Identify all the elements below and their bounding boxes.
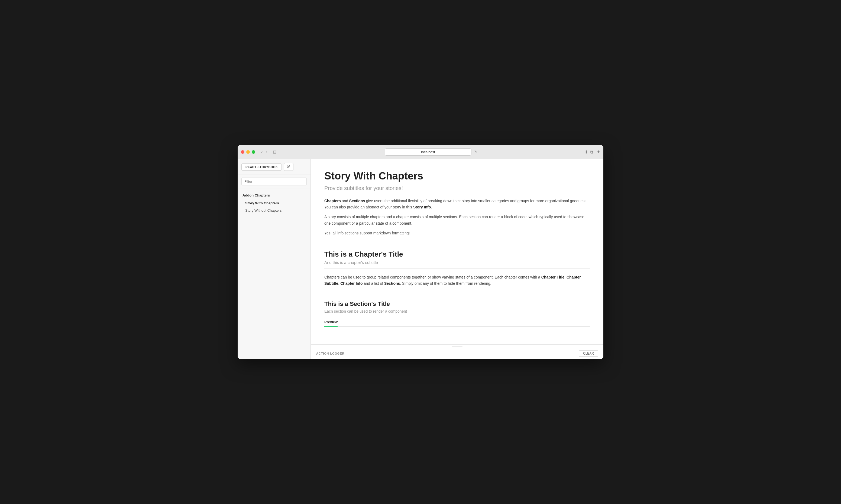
sidebar: REACT STORYBOOK ⌘ Addon Chapters Story W… <box>238 159 311 359</box>
clear-button[interactable]: CLEAR <box>579 350 598 357</box>
sections-bold2: Sections <box>384 281 400 286</box>
resize-handle-bar <box>452 346 463 346</box>
address-bar[interactable]: localhost <box>385 148 471 156</box>
sidebar-toggle-button[interactable]: ⊟ <box>271 149 278 155</box>
sidebar-section: Addon Chapters Story With Chapters Story… <box>238 188 310 218</box>
story-title: Story With Chapters <box>324 170 590 182</box>
story-subtitle: Provide subtitles for your stories! <box>324 185 590 191</box>
resize-handle[interactable] <box>311 345 603 347</box>
section-block: This is a Section's Title Each section c… <box>324 301 590 327</box>
tab-overview-button[interactable]: ⧉ <box>590 150 593 155</box>
address-bar-container: localhost ↻ <box>281 148 582 156</box>
chapter-and: and a list of <box>363 281 384 286</box>
action-logger: ACTION LOGGER CLEAR <box>311 344 603 359</box>
content-scroll: Story With Chapters Provide subtitles fo… <box>311 159 603 344</box>
section-title: This is a Section's Title <box>324 301 590 307</box>
action-logger-header: ACTION LOGGER CLEAR <box>311 347 603 359</box>
chapter-end: . Simply omit any of them to hide them f… <box>400 281 491 286</box>
sections-bold: Sections <box>349 199 365 203</box>
chapter-info: Chapters can be used to group related co… <box>324 274 590 287</box>
close-button[interactable] <box>241 150 244 154</box>
sidebar-item-story-with-chapters[interactable]: Story With Chapters <box>238 199 310 207</box>
section-tab-bar: Preview <box>324 318 590 327</box>
filter-input[interactable] <box>241 178 307 185</box>
chapter-title-bold: Chapter Title <box>541 275 564 279</box>
chapter-info-prefix: Chapters can be used to group related co… <box>324 275 541 279</box>
chapter-section: This is a Chapter's Title And this is a … <box>324 250 590 287</box>
filter-container <box>238 175 310 188</box>
reload-button[interactable]: ↻ <box>474 150 478 155</box>
sidebar-item-story-without-chapters[interactable]: Story Without Chapters <box>238 207 310 214</box>
forward-button[interactable]: › <box>265 149 268 155</box>
story-intro-p1: Chapters and Sections give users the add… <box>324 198 590 211</box>
nav-buttons: ‹ › <box>260 149 269 155</box>
section-tab-preview[interactable]: Preview <box>324 318 338 327</box>
maximize-button[interactable] <box>252 150 255 154</box>
add-tab-button[interactable]: + <box>597 149 600 155</box>
chapter-info-bold: Chapter Info <box>340 281 362 286</box>
sidebar-group-label: Addon Chapters <box>238 192 310 199</box>
browser-chrome: ‹ › ⊟ localhost ↻ ⬆ ⧉ + <box>238 145 603 159</box>
chapter-comma1: , <box>564 275 567 279</box>
story-intro-p3: Yes, all info sections support markdown … <box>324 230 590 237</box>
section-subtitle: Each section can be used to render a com… <box>324 309 590 313</box>
traffic-lights <box>241 150 255 154</box>
chapter-title: This is a Chapter's Title <box>324 250 590 258</box>
app-layout: REACT STORYBOOK ⌘ Addon Chapters Story W… <box>238 159 603 359</box>
shortcut-button[interactable]: ⌘ <box>284 163 293 171</box>
intro-and: and <box>341 199 349 203</box>
browser-actions: ⬆ ⧉ <box>584 149 593 155</box>
chapter-comma2: , <box>338 281 340 286</box>
back-button[interactable]: ‹ <box>260 149 264 155</box>
chapter-subtitle: And this is a chapter's subtitle <box>324 260 590 265</box>
action-logger-title: ACTION LOGGER <box>316 352 344 355</box>
story-intro-p2: A story consists of multiple chapters an… <box>324 214 590 227</box>
storybook-button[interactable]: REACT STORYBOOK <box>241 163 282 170</box>
intro-end: . <box>431 205 432 209</box>
main-content: Story With Chapters Provide subtitles fo… <box>311 159 603 359</box>
share-button[interactable]: ⬆ <box>584 149 588 155</box>
chapters-bold: Chapters <box>324 199 341 203</box>
storyinfo-bold: Story Info <box>413 205 431 209</box>
sidebar-header: REACT STORYBOOK ⌘ <box>238 159 310 175</box>
minimize-button[interactable] <box>246 150 250 154</box>
